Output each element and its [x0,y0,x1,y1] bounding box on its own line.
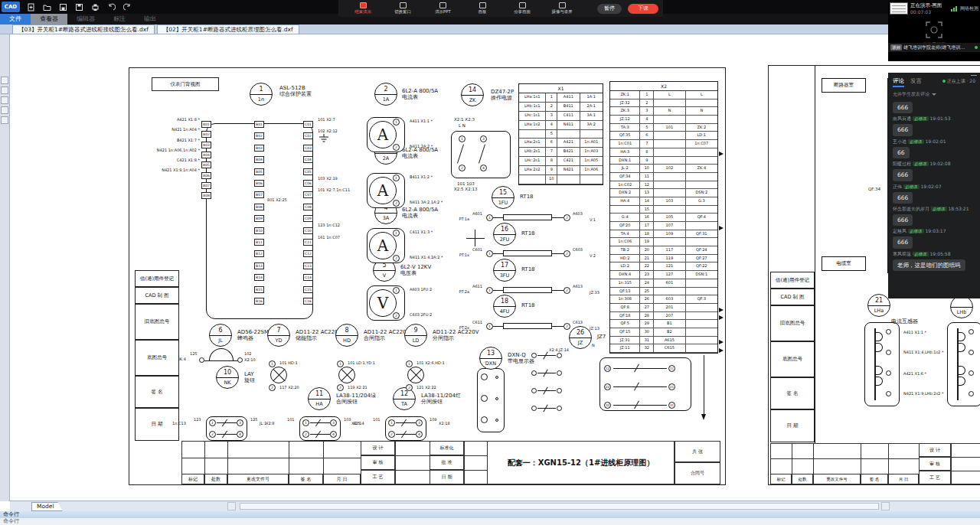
element [464,441,465,484]
document-tab-2[interactable]: 【02】开关柜1#断路器式进线柜原理图怎么看.dxf [157,24,299,34]
course-badge: 必修课 [931,207,947,211]
ribbon-tab-5[interactable]: 输出 [135,14,165,24]
table-row: QF:1828207 [610,312,717,321]
ribbon-tab-4[interactable]: 标注 [104,14,135,24]
table-row: QF:1530B2 [610,328,717,337]
table-cell: DXN:1 [610,157,640,165]
contact [396,422,416,423]
ribbon-tab-3[interactable]: 编辑器 [67,14,104,24]
table-cell: 18 [640,230,654,239]
table-cell: 4 [640,116,654,124]
side-tool-button[interactable] [1,96,8,104]
chat-message-list[interactable]: 666南风百通必修课19:01:53666王小迪必修课19:02:0166阳暖过… [888,99,980,273]
pause-button[interactable]: 暂停 [597,4,622,14]
stream-button[interactable]: 摄像与录屏 [542,0,582,17]
table-cell: JZ:31 [610,337,640,345]
terminal-stub: B06 [254,180,264,187]
table-cell: N421 [557,166,580,175]
device-description: ASL-512B综合保护装置 [279,85,312,98]
save-icon[interactable] [57,2,68,12]
model-tab[interactable]: Model [31,502,63,511]
side-tool-button[interactable] [1,116,8,124]
side-tool-button[interactable] [1,77,8,84]
terminal: 1 [302,419,309,426]
wire-label: 109 [430,418,437,422]
table-cell: TA:3 [610,124,640,132]
table-cell [686,206,717,214]
device-circle-JZ: 26JZ [569,326,592,349]
device-number: 21 [868,295,890,306]
ribbon-tab-2[interactable]: 查看器 [31,14,67,24]
stream-button[interactable]: 结束演示 [343,0,383,17]
command-line[interactable]: 命令行 [0,511,980,518]
table-cell: 24 [640,279,654,288]
title-block-cell: 审 核 [919,457,951,471]
side-tool-button[interactable] [1,86,8,94]
scroll-left-button[interactable] [227,502,236,510]
table-row: TA:418109QF:31 [610,230,717,239]
chat-message-meta: 阳暖过程必修课19:02:08 [893,161,977,168]
table-cell: 1n:308 [610,295,640,304]
app-logo[interactable]: CAD [2,2,20,12]
side-tool-button[interactable] [1,106,8,114]
table-cell [686,312,717,321]
terminal [481,373,488,380]
drawing-canvas[interactable]: 仪表门背视图 X2:1 X2:3 L N 1 3 2 4 101 [10,34,980,501]
table-cell [686,157,717,165]
terminal: 3 [237,419,243,426]
network-signal-icon[interactable] [951,6,958,11]
title-block-cell: 标记 [770,474,792,484]
ribbon-tab-1[interactable]: 文件 [0,14,31,24]
redo-icon[interactable] [122,2,132,12]
table-cell: 109 [654,230,685,239]
stream-button[interactable]: 分享画面 [502,0,542,17]
table-cell: A421 [557,139,580,148]
frame-label: CAD 制 图 [770,289,815,305]
undo-icon[interactable] [106,2,116,12]
contact [613,405,667,406]
wire-label: QF:34 [868,187,880,191]
wire-label: A601 [472,212,482,217]
tab-comments[interactable]: 评论 [893,77,904,87]
document-tab-bar: 【03】开关柜1#断路器式进线柜接线图怎么看.dxf【02】开关柜1#断路器式进… [0,24,980,34]
tab-speak[interactable]: 发言 [910,77,922,85]
device-number: 16 [494,223,515,235]
device-code: LHa [868,306,890,316]
table-cell: B421 [557,148,580,157]
terminal-stub: B07 [254,191,264,198]
end-class-button[interactable]: 下课 [628,4,658,14]
frame-label: 借(通)用件登记 [770,272,815,289]
table-cell: LHc:1s1 [519,112,546,121]
horizontal-scrollbar[interactable] [240,503,879,510]
device-number: 18 [494,295,515,307]
stream-button[interactable]: 切换窗口 [383,0,423,17]
share-thumbnail[interactable] [890,2,908,15]
scroll-right-button[interactable] [881,502,890,510]
device-code: 3FU [494,271,515,281]
terminal [531,406,537,411]
stream-button[interactable]: 画板 [462,0,502,17]
device-code: 2A [375,154,397,164]
device-code: DXN [480,359,501,369]
element [181,458,361,458]
table-row: DXN:423127DSN:1 [610,271,717,279]
save-as-icon[interactable] [74,2,84,12]
table-cell: 117 [654,246,685,255]
print-icon[interactable] [90,2,100,12]
allow-comments-dropdown[interactable]: 允许学生发表评论 [888,90,980,99]
stream-button[interactable]: 演示PPT [423,0,462,17]
table-cell: 5 [546,130,557,139]
table-cell: 26 [640,295,654,304]
wire-label: B411 X1:2 * [410,175,433,180]
table-row: HD:221119QF:27 [610,255,717,263]
table-cell: ZK:1 [610,91,640,99]
document-tab-1[interactable]: 【03】开关柜1#断路器式进线柜接线图怎么看.dxf [12,24,155,34]
table-cell: 10 [640,165,654,173]
table-cell: 9 [640,157,654,165]
open-file-icon[interactable] [41,2,52,12]
device-number: 10 [217,367,238,378]
camera-off-icon [925,21,943,39]
title-block-cell: 月 日 [888,474,919,484]
new-file-icon[interactable] [25,2,36,12]
minimize-icon[interactable] [971,75,977,76]
